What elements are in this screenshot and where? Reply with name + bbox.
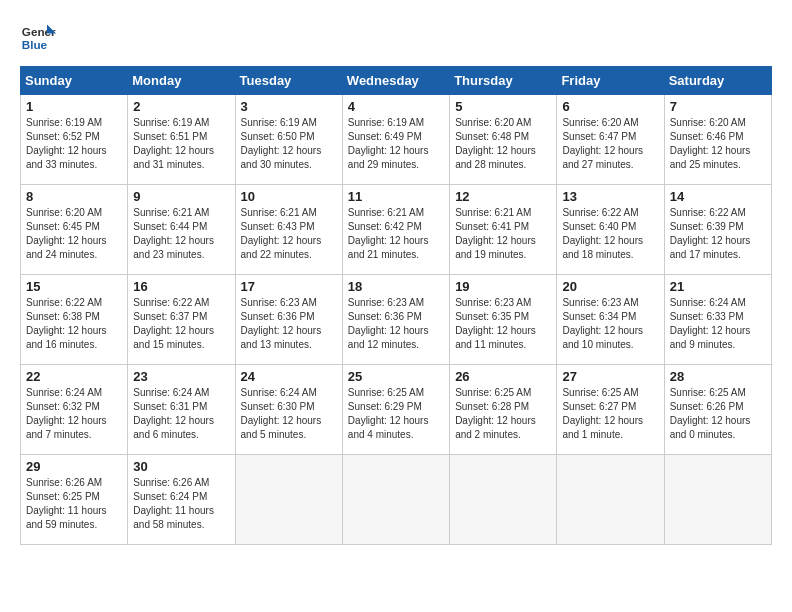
week-row-3: 15Sunrise: 6:22 AMSunset: 6:38 PMDayligh… <box>21 275 772 365</box>
day-number: 14 <box>670 189 766 204</box>
day-info: Sunrise: 6:24 AMSunset: 6:31 PMDaylight:… <box>133 386 229 442</box>
day-cell: 9Sunrise: 6:21 AMSunset: 6:44 PMDaylight… <box>128 185 235 275</box>
day-number: 6 <box>562 99 658 114</box>
day-cell: 25Sunrise: 6:25 AMSunset: 6:29 PMDayligh… <box>342 365 449 455</box>
day-cell: 17Sunrise: 6:23 AMSunset: 6:36 PMDayligh… <box>235 275 342 365</box>
day-info: Sunrise: 6:26 AMSunset: 6:24 PMDaylight:… <box>133 476 229 532</box>
day-number: 28 <box>670 369 766 384</box>
day-info: Sunrise: 6:23 AMSunset: 6:36 PMDaylight:… <box>241 296 337 352</box>
day-number: 4 <box>348 99 444 114</box>
day-info: Sunrise: 6:24 AMSunset: 6:32 PMDaylight:… <box>26 386 122 442</box>
day-number: 18 <box>348 279 444 294</box>
svg-text:Blue: Blue <box>22 38 48 51</box>
day-info: Sunrise: 6:22 AMSunset: 6:38 PMDaylight:… <box>26 296 122 352</box>
day-cell: 24Sunrise: 6:24 AMSunset: 6:30 PMDayligh… <box>235 365 342 455</box>
day-cell: 23Sunrise: 6:24 AMSunset: 6:31 PMDayligh… <box>128 365 235 455</box>
day-info: Sunrise: 6:22 AMSunset: 6:40 PMDaylight:… <box>562 206 658 262</box>
day-number: 27 <box>562 369 658 384</box>
day-cell <box>235 455 342 545</box>
day-number: 2 <box>133 99 229 114</box>
day-number: 22 <box>26 369 122 384</box>
header-cell-tuesday: Tuesday <box>235 67 342 95</box>
day-info: Sunrise: 6:22 AMSunset: 6:39 PMDaylight:… <box>670 206 766 262</box>
day-cell: 26Sunrise: 6:25 AMSunset: 6:28 PMDayligh… <box>450 365 557 455</box>
day-info: Sunrise: 6:25 AMSunset: 6:27 PMDaylight:… <box>562 386 658 442</box>
day-info: Sunrise: 6:25 AMSunset: 6:28 PMDaylight:… <box>455 386 551 442</box>
week-row-5: 29Sunrise: 6:26 AMSunset: 6:25 PMDayligh… <box>21 455 772 545</box>
logo-icon: General Blue <box>20 20 56 56</box>
day-cell: 30Sunrise: 6:26 AMSunset: 6:24 PMDayligh… <box>128 455 235 545</box>
day-cell: 22Sunrise: 6:24 AMSunset: 6:32 PMDayligh… <box>21 365 128 455</box>
day-cell: 16Sunrise: 6:22 AMSunset: 6:37 PMDayligh… <box>128 275 235 365</box>
day-cell: 8Sunrise: 6:20 AMSunset: 6:45 PMDaylight… <box>21 185 128 275</box>
day-cell: 4Sunrise: 6:19 AMSunset: 6:49 PMDaylight… <box>342 95 449 185</box>
day-info: Sunrise: 6:23 AMSunset: 6:34 PMDaylight:… <box>562 296 658 352</box>
day-number: 5 <box>455 99 551 114</box>
day-cell: 21Sunrise: 6:24 AMSunset: 6:33 PMDayligh… <box>664 275 771 365</box>
day-number: 7 <box>670 99 766 114</box>
day-info: Sunrise: 6:19 AMSunset: 6:52 PMDaylight:… <box>26 116 122 172</box>
day-cell <box>664 455 771 545</box>
day-info: Sunrise: 6:20 AMSunset: 6:45 PMDaylight:… <box>26 206 122 262</box>
day-info: Sunrise: 6:22 AMSunset: 6:37 PMDaylight:… <box>133 296 229 352</box>
day-cell: 28Sunrise: 6:25 AMSunset: 6:26 PMDayligh… <box>664 365 771 455</box>
week-row-1: 1Sunrise: 6:19 AMSunset: 6:52 PMDaylight… <box>21 95 772 185</box>
day-number: 8 <box>26 189 122 204</box>
day-cell: 20Sunrise: 6:23 AMSunset: 6:34 PMDayligh… <box>557 275 664 365</box>
day-cell: 3Sunrise: 6:19 AMSunset: 6:50 PMDaylight… <box>235 95 342 185</box>
day-info: Sunrise: 6:25 AMSunset: 6:26 PMDaylight:… <box>670 386 766 442</box>
day-number: 19 <box>455 279 551 294</box>
day-cell: 27Sunrise: 6:25 AMSunset: 6:27 PMDayligh… <box>557 365 664 455</box>
header-cell-monday: Monday <box>128 67 235 95</box>
day-cell: 2Sunrise: 6:19 AMSunset: 6:51 PMDaylight… <box>128 95 235 185</box>
header-cell-sunday: Sunday <box>21 67 128 95</box>
day-cell: 14Sunrise: 6:22 AMSunset: 6:39 PMDayligh… <box>664 185 771 275</box>
day-number: 29 <box>26 459 122 474</box>
day-cell <box>450 455 557 545</box>
day-number: 16 <box>133 279 229 294</box>
day-cell <box>342 455 449 545</box>
day-cell: 19Sunrise: 6:23 AMSunset: 6:35 PMDayligh… <box>450 275 557 365</box>
day-number: 25 <box>348 369 444 384</box>
logo: General Blue <box>20 20 56 56</box>
day-cell: 12Sunrise: 6:21 AMSunset: 6:41 PMDayligh… <box>450 185 557 275</box>
day-number: 30 <box>133 459 229 474</box>
day-info: Sunrise: 6:26 AMSunset: 6:25 PMDaylight:… <box>26 476 122 532</box>
day-info: Sunrise: 6:24 AMSunset: 6:33 PMDaylight:… <box>670 296 766 352</box>
day-cell: 11Sunrise: 6:21 AMSunset: 6:42 PMDayligh… <box>342 185 449 275</box>
day-info: Sunrise: 6:19 AMSunset: 6:51 PMDaylight:… <box>133 116 229 172</box>
day-number: 10 <box>241 189 337 204</box>
day-info: Sunrise: 6:21 AMSunset: 6:43 PMDaylight:… <box>241 206 337 262</box>
week-row-4: 22Sunrise: 6:24 AMSunset: 6:32 PMDayligh… <box>21 365 772 455</box>
day-info: Sunrise: 6:20 AMSunset: 6:48 PMDaylight:… <box>455 116 551 172</box>
week-row-2: 8Sunrise: 6:20 AMSunset: 6:45 PMDaylight… <box>21 185 772 275</box>
day-info: Sunrise: 6:25 AMSunset: 6:29 PMDaylight:… <box>348 386 444 442</box>
day-number: 17 <box>241 279 337 294</box>
header-cell-wednesday: Wednesday <box>342 67 449 95</box>
header-cell-saturday: Saturday <box>664 67 771 95</box>
day-cell: 15Sunrise: 6:22 AMSunset: 6:38 PMDayligh… <box>21 275 128 365</box>
header-cell-friday: Friday <box>557 67 664 95</box>
day-info: Sunrise: 6:19 AMSunset: 6:49 PMDaylight:… <box>348 116 444 172</box>
day-cell: 6Sunrise: 6:20 AMSunset: 6:47 PMDaylight… <box>557 95 664 185</box>
day-cell: 1Sunrise: 6:19 AMSunset: 6:52 PMDaylight… <box>21 95 128 185</box>
day-info: Sunrise: 6:20 AMSunset: 6:46 PMDaylight:… <box>670 116 766 172</box>
day-cell: 5Sunrise: 6:20 AMSunset: 6:48 PMDaylight… <box>450 95 557 185</box>
day-info: Sunrise: 6:21 AMSunset: 6:42 PMDaylight:… <box>348 206 444 262</box>
day-number: 24 <box>241 369 337 384</box>
day-number: 26 <box>455 369 551 384</box>
day-info: Sunrise: 6:21 AMSunset: 6:41 PMDaylight:… <box>455 206 551 262</box>
day-number: 11 <box>348 189 444 204</box>
day-number: 15 <box>26 279 122 294</box>
day-number: 9 <box>133 189 229 204</box>
day-cell: 10Sunrise: 6:21 AMSunset: 6:43 PMDayligh… <box>235 185 342 275</box>
day-number: 13 <box>562 189 658 204</box>
day-number: 1 <box>26 99 122 114</box>
day-number: 21 <box>670 279 766 294</box>
day-cell: 29Sunrise: 6:26 AMSunset: 6:25 PMDayligh… <box>21 455 128 545</box>
calendar-table: SundayMondayTuesdayWednesdayThursdayFrid… <box>20 66 772 545</box>
day-number: 3 <box>241 99 337 114</box>
day-info: Sunrise: 6:24 AMSunset: 6:30 PMDaylight:… <box>241 386 337 442</box>
day-number: 20 <box>562 279 658 294</box>
day-cell <box>557 455 664 545</box>
